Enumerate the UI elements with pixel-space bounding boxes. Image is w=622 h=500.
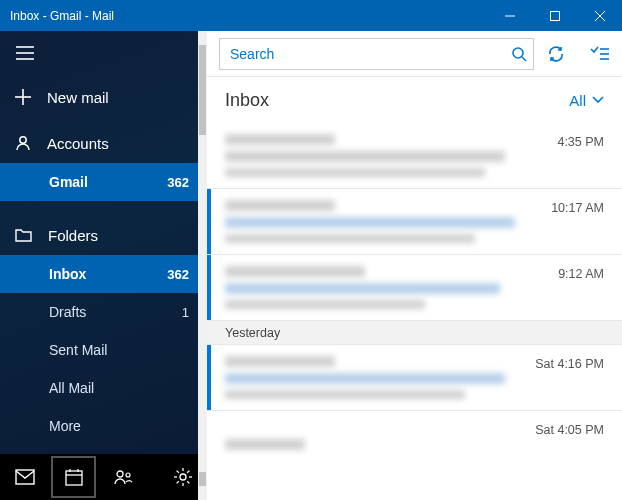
folder-all-mail[interactable]: All Mail (0, 369, 207, 407)
message-time: 9:12 AM (558, 267, 604, 281)
svg-line-32 (522, 57, 526, 61)
bottom-bar (0, 454, 207, 500)
message-sender (225, 200, 335, 211)
svg-point-21 (126, 473, 130, 477)
message-subject (225, 283, 500, 294)
gear-icon (174, 468, 192, 486)
new-mail-label: New mail (47, 89, 109, 106)
folder-label: Drafts (49, 304, 86, 320)
message-item[interactable]: 4:35 PM (207, 123, 622, 189)
calendar-icon (65, 468, 83, 486)
search-icon (511, 46, 527, 62)
svg-rect-1 (550, 11, 559, 20)
message-time: Sat 4:05 PM (535, 423, 604, 437)
people-app-icon[interactable] (98, 454, 147, 500)
minimize-button[interactable] (487, 0, 532, 31)
folder-more[interactable]: More (0, 407, 207, 445)
message-subject (225, 373, 505, 384)
message-sender (225, 356, 335, 367)
svg-rect-10 (16, 470, 34, 484)
search-placeholder: Search (230, 46, 511, 62)
message-sender (225, 266, 365, 277)
list-header: Inbox All (207, 77, 622, 123)
folder-drafts[interactable]: Drafts 1 (0, 293, 207, 331)
folder-sent-mail[interactable]: Sent Mail (0, 331, 207, 369)
svg-line-28 (187, 481, 189, 483)
message-subject (225, 217, 515, 228)
accounts-label: Accounts (47, 135, 109, 152)
filter-dropdown[interactable]: All (569, 92, 604, 109)
folder-title: Inbox (225, 90, 269, 111)
people-icon (113, 469, 133, 485)
day-separator: Yesterday (207, 321, 622, 345)
folders-header[interactable]: Folders (0, 215, 207, 255)
mail-app-icon[interactable] (0, 454, 49, 500)
window-title: Inbox - Gmail - Mail (10, 9, 487, 23)
folder-inbox[interactable]: Inbox 362 (0, 255, 207, 293)
account-gmail[interactable]: Gmail 362 (0, 163, 207, 201)
title-bar: Inbox - Gmail - Mail (0, 0, 622, 31)
new-mail-button[interactable]: New mail (0, 75, 207, 119)
message-item[interactable]: Sat 4:05 PM (207, 411, 622, 477)
filter-label: All (569, 92, 586, 109)
plus-icon (15, 89, 31, 105)
message-preview (225, 168, 485, 177)
scrollbar-down[interactable] (199, 472, 206, 486)
svg-line-27 (176, 471, 178, 473)
message-time: 10:17 AM (551, 201, 604, 215)
svg-rect-11 (66, 471, 82, 485)
scrollbar[interactable] (198, 31, 207, 500)
svg-line-29 (187, 471, 189, 473)
message-item[interactable]: 9:12 AM (207, 255, 622, 321)
select-list-icon (590, 46, 610, 62)
search-row: Search (207, 31, 622, 77)
search-input[interactable]: Search (219, 38, 534, 70)
folder-label: Inbox (49, 266, 86, 282)
sidebar: New mail Accounts Gmail 362 Folders Inbo… (0, 31, 207, 500)
folders-label: Folders (48, 227, 98, 244)
person-icon (15, 135, 31, 151)
message-sender (225, 439, 305, 450)
calendar-app-icon[interactable] (49, 454, 98, 500)
account-count: 362 (167, 175, 189, 190)
svg-point-22 (180, 474, 186, 480)
sync-button[interactable] (534, 31, 578, 77)
content-pane: Search Inbox All 4:35 PM (207, 31, 622, 500)
svg-point-9 (20, 137, 26, 143)
select-mode-button[interactable] (578, 31, 622, 77)
svg-line-30 (176, 481, 178, 483)
folder-label: Sent Mail (49, 342, 107, 358)
message-item[interactable]: Sat 4:16 PM (207, 345, 622, 411)
folder-icon (15, 228, 32, 242)
close-button[interactable] (577, 0, 622, 31)
folder-label: More (49, 418, 81, 434)
hamburger-button[interactable] (0, 31, 49, 75)
accounts-header[interactable]: Accounts (0, 123, 207, 163)
folder-count: 362 (167, 267, 189, 282)
envelope-icon (15, 469, 35, 485)
message-time: Sat 4:16 PM (535, 357, 604, 371)
message-time: 4:35 PM (557, 135, 604, 149)
svg-point-20 (117, 471, 123, 477)
maximize-button[interactable] (532, 0, 577, 31)
svg-point-31 (513, 48, 523, 58)
message-preview (225, 234, 475, 243)
account-name: Gmail (49, 174, 88, 190)
message-subject (225, 151, 505, 162)
message-item[interactable]: 10:17 AM (207, 189, 622, 255)
message-preview (225, 300, 425, 309)
scrollbar-thumb[interactable] (199, 45, 206, 135)
folder-label: All Mail (49, 380, 94, 396)
chevron-down-icon (592, 96, 604, 104)
message-sender (225, 134, 335, 145)
sync-icon (546, 44, 566, 64)
message-preview (225, 390, 465, 399)
folder-count: 1 (182, 305, 189, 320)
